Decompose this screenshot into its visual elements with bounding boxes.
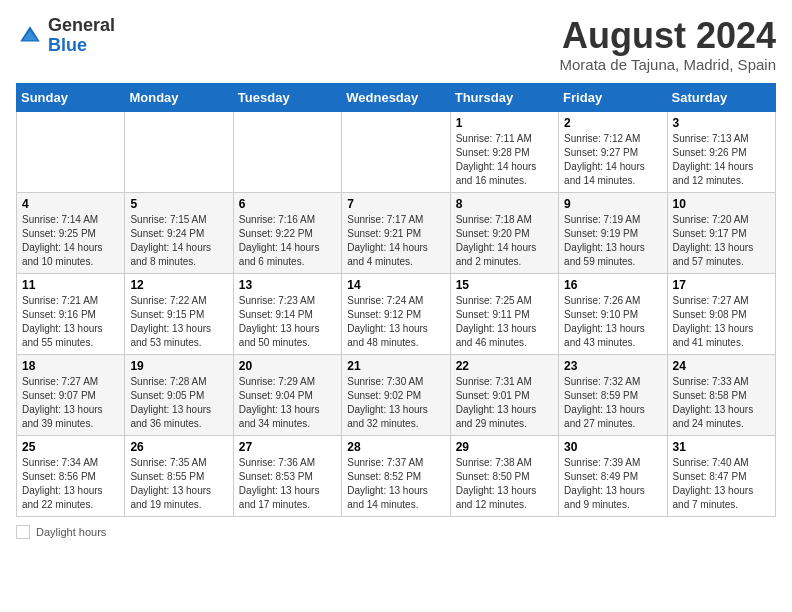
day-number: 11 (22, 278, 119, 292)
day-number: 27 (239, 440, 336, 454)
calendar-cell: 18Sunrise: 7:27 AM Sunset: 9:07 PM Dayli… (17, 354, 125, 435)
calendar-title: August 2024 (559, 16, 776, 56)
calendar-cell: 19Sunrise: 7:28 AM Sunset: 9:05 PM Dayli… (125, 354, 233, 435)
weekday-header-wednesday: Wednesday (342, 83, 450, 111)
calendar-cell: 29Sunrise: 7:38 AM Sunset: 8:50 PM Dayli… (450, 435, 558, 516)
logo-icon (16, 22, 44, 50)
day-info: Sunrise: 7:12 AM Sunset: 9:27 PM Dayligh… (564, 132, 661, 188)
calendar-cell: 22Sunrise: 7:31 AM Sunset: 9:01 PM Dayli… (450, 354, 558, 435)
weekday-header-tuesday: Tuesday (233, 83, 341, 111)
title-area: August 2024 Morata de Tajuna, Madrid, Sp… (559, 16, 776, 73)
day-info: Sunrise: 7:28 AM Sunset: 9:05 PM Dayligh… (130, 375, 227, 431)
day-info: Sunrise: 7:38 AM Sunset: 8:50 PM Dayligh… (456, 456, 553, 512)
calendar-cell: 13Sunrise: 7:23 AM Sunset: 9:14 PM Dayli… (233, 273, 341, 354)
week-row-1: 1Sunrise: 7:11 AM Sunset: 9:28 PM Daylig… (17, 111, 776, 192)
header: General Blue August 2024 Morata de Tajun… (16, 16, 776, 73)
day-number: 25 (22, 440, 119, 454)
calendar-cell: 31Sunrise: 7:40 AM Sunset: 8:47 PM Dayli… (667, 435, 775, 516)
calendar-cell: 30Sunrise: 7:39 AM Sunset: 8:49 PM Dayli… (559, 435, 667, 516)
day-info: Sunrise: 7:14 AM Sunset: 9:25 PM Dayligh… (22, 213, 119, 269)
calendar-cell (233, 111, 341, 192)
day-info: Sunrise: 7:17 AM Sunset: 9:21 PM Dayligh… (347, 213, 444, 269)
day-info: Sunrise: 7:21 AM Sunset: 9:16 PM Dayligh… (22, 294, 119, 350)
day-info: Sunrise: 7:23 AM Sunset: 9:14 PM Dayligh… (239, 294, 336, 350)
calendar-cell: 4Sunrise: 7:14 AM Sunset: 9:25 PM Daylig… (17, 192, 125, 273)
day-number: 1 (456, 116, 553, 130)
footer: Daylight hours (16, 525, 776, 539)
day-number: 14 (347, 278, 444, 292)
week-row-2: 4Sunrise: 7:14 AM Sunset: 9:25 PM Daylig… (17, 192, 776, 273)
calendar-cell: 12Sunrise: 7:22 AM Sunset: 9:15 PM Dayli… (125, 273, 233, 354)
day-info: Sunrise: 7:15 AM Sunset: 9:24 PM Dayligh… (130, 213, 227, 269)
calendar-cell: 8Sunrise: 7:18 AM Sunset: 9:20 PM Daylig… (450, 192, 558, 273)
day-info: Sunrise: 7:31 AM Sunset: 9:01 PM Dayligh… (456, 375, 553, 431)
day-number: 18 (22, 359, 119, 373)
day-info: Sunrise: 7:40 AM Sunset: 8:47 PM Dayligh… (673, 456, 770, 512)
day-info: Sunrise: 7:13 AM Sunset: 9:26 PM Dayligh… (673, 132, 770, 188)
daylight-legend: Daylight hours (16, 525, 106, 539)
day-info: Sunrise: 7:35 AM Sunset: 8:55 PM Dayligh… (130, 456, 227, 512)
calendar-cell: 17Sunrise: 7:27 AM Sunset: 9:08 PM Dayli… (667, 273, 775, 354)
day-info: Sunrise: 7:37 AM Sunset: 8:52 PM Dayligh… (347, 456, 444, 512)
day-number: 23 (564, 359, 661, 373)
calendar-cell: 11Sunrise: 7:21 AM Sunset: 9:16 PM Dayli… (17, 273, 125, 354)
calendar-cell: 24Sunrise: 7:33 AM Sunset: 8:58 PM Dayli… (667, 354, 775, 435)
calendar-cell: 23Sunrise: 7:32 AM Sunset: 8:59 PM Dayli… (559, 354, 667, 435)
day-number: 29 (456, 440, 553, 454)
day-info: Sunrise: 7:18 AM Sunset: 9:20 PM Dayligh… (456, 213, 553, 269)
day-number: 28 (347, 440, 444, 454)
calendar-subtitle: Morata de Tajuna, Madrid, Spain (559, 56, 776, 73)
weekday-header-monday: Monday (125, 83, 233, 111)
week-row-3: 11Sunrise: 7:21 AM Sunset: 9:16 PM Dayli… (17, 273, 776, 354)
calendar-cell: 14Sunrise: 7:24 AM Sunset: 9:12 PM Dayli… (342, 273, 450, 354)
day-number: 26 (130, 440, 227, 454)
day-number: 6 (239, 197, 336, 211)
day-info: Sunrise: 7:39 AM Sunset: 8:49 PM Dayligh… (564, 456, 661, 512)
calendar-cell: 16Sunrise: 7:26 AM Sunset: 9:10 PM Dayli… (559, 273, 667, 354)
weekday-header-friday: Friday (559, 83, 667, 111)
day-number: 22 (456, 359, 553, 373)
day-info: Sunrise: 7:36 AM Sunset: 8:53 PM Dayligh… (239, 456, 336, 512)
day-number: 7 (347, 197, 444, 211)
daylight-label: Daylight hours (36, 526, 106, 538)
day-info: Sunrise: 7:22 AM Sunset: 9:15 PM Dayligh… (130, 294, 227, 350)
day-info: Sunrise: 7:11 AM Sunset: 9:28 PM Dayligh… (456, 132, 553, 188)
day-info: Sunrise: 7:34 AM Sunset: 8:56 PM Dayligh… (22, 456, 119, 512)
day-number: 3 (673, 116, 770, 130)
weekday-header-thursday: Thursday (450, 83, 558, 111)
calendar-cell: 5Sunrise: 7:15 AM Sunset: 9:24 PM Daylig… (125, 192, 233, 273)
calendar-cell: 3Sunrise: 7:13 AM Sunset: 9:26 PM Daylig… (667, 111, 775, 192)
day-number: 15 (456, 278, 553, 292)
calendar-cell (17, 111, 125, 192)
calendar-cell: 27Sunrise: 7:36 AM Sunset: 8:53 PM Dayli… (233, 435, 341, 516)
logo-blue-text: Blue (48, 36, 115, 56)
day-info: Sunrise: 7:29 AM Sunset: 9:04 PM Dayligh… (239, 375, 336, 431)
calendar-cell (342, 111, 450, 192)
day-number: 9 (564, 197, 661, 211)
calendar-cell: 9Sunrise: 7:19 AM Sunset: 9:19 PM Daylig… (559, 192, 667, 273)
day-info: Sunrise: 7:27 AM Sunset: 9:08 PM Dayligh… (673, 294, 770, 350)
calendar-cell: 25Sunrise: 7:34 AM Sunset: 8:56 PM Dayli… (17, 435, 125, 516)
logo-text: General Blue (48, 16, 115, 56)
day-number: 8 (456, 197, 553, 211)
weekday-header-sunday: Sunday (17, 83, 125, 111)
weekday-header-row: SundayMondayTuesdayWednesdayThursdayFrid… (17, 83, 776, 111)
day-info: Sunrise: 7:25 AM Sunset: 9:11 PM Dayligh… (456, 294, 553, 350)
calendar-cell (125, 111, 233, 192)
day-info: Sunrise: 7:32 AM Sunset: 8:59 PM Dayligh… (564, 375, 661, 431)
calendar-cell: 2Sunrise: 7:12 AM Sunset: 9:27 PM Daylig… (559, 111, 667, 192)
calendar-cell: 1Sunrise: 7:11 AM Sunset: 9:28 PM Daylig… (450, 111, 558, 192)
day-number: 19 (130, 359, 227, 373)
day-number: 21 (347, 359, 444, 373)
day-number: 24 (673, 359, 770, 373)
day-info: Sunrise: 7:24 AM Sunset: 9:12 PM Dayligh… (347, 294, 444, 350)
day-number: 16 (564, 278, 661, 292)
day-info: Sunrise: 7:26 AM Sunset: 9:10 PM Dayligh… (564, 294, 661, 350)
day-number: 10 (673, 197, 770, 211)
week-row-4: 18Sunrise: 7:27 AM Sunset: 9:07 PM Dayli… (17, 354, 776, 435)
calendar-cell: 7Sunrise: 7:17 AM Sunset: 9:21 PM Daylig… (342, 192, 450, 273)
calendar-table: SundayMondayTuesdayWednesdayThursdayFrid… (16, 83, 776, 517)
logo-general-text: General (48, 16, 115, 36)
day-info: Sunrise: 7:30 AM Sunset: 9:02 PM Dayligh… (347, 375, 444, 431)
calendar-cell: 20Sunrise: 7:29 AM Sunset: 9:04 PM Dayli… (233, 354, 341, 435)
